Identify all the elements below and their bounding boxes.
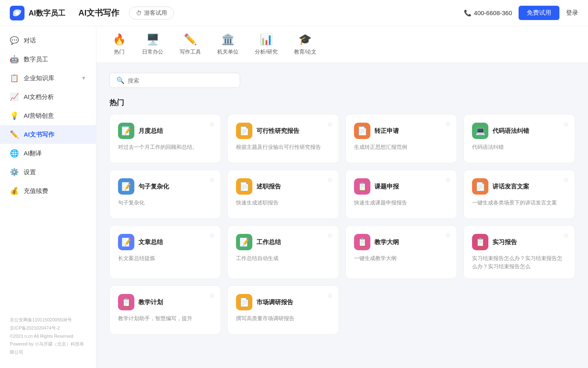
- cat-icon-writing-tools: ✏️: [184, 33, 197, 46]
- sidebar-icon-doc-analysis: 📈: [10, 92, 19, 101]
- card-title-monthly-summary: 月度总结: [138, 127, 163, 135]
- star-icon-feasibility-report[interactable]: ☆: [327, 120, 333, 128]
- cat-icon-analysis: 📊: [260, 33, 273, 46]
- sidebar-item-chat[interactable]: 💬 对话: [0, 31, 96, 50]
- cat-icon-government: 🏛️: [221, 33, 234, 46]
- card-code-correction[interactable]: ☆ 💻 代码语法纠错 代码语法纠错: [463, 114, 575, 163]
- star-icon-monthly-summary[interactable]: ☆: [209, 120, 215, 128]
- cat-item-daily-office[interactable]: 🖥️ 日常办公: [142, 33, 163, 56]
- card-internship-report[interactable]: ☆ 📋 实习报告 实习结束报告怎么办？实习结束报告怎么办？实习结束报告怎么: [463, 225, 575, 279]
- star-icon-regularization[interactable]: ☆: [445, 120, 451, 128]
- star-icon-internship-report[interactable]: ☆: [563, 231, 569, 239]
- star-icon-syllabus[interactable]: ☆: [445, 231, 451, 239]
- star-icon-work-summary[interactable]: ☆: [327, 231, 333, 239]
- card-title-speech-script: 讲话发言文案: [492, 183, 529, 191]
- cat-item-hot[interactable]: 🔥 热门: [113, 33, 126, 56]
- card-project-application[interactable]: ☆ 📋 课题申报 快速生成课题申报报告: [345, 170, 457, 219]
- card-feasibility-report[interactable]: ☆ 📄 可行性研究报告 根据主题及行业输出可行性研究报告: [227, 114, 339, 163]
- sidebar-item-marketing[interactable]: 💡 AI营销创意: [0, 106, 96, 125]
- sidebar-icon-marketing: 💡: [10, 111, 19, 120]
- card-header-syllabus: 📋 教学大纲: [354, 234, 448, 250]
- card-desc-speech-script: 一键生成各类场景下的讲话发言文案: [472, 199, 566, 207]
- card-title-regularization: 转正申请: [374, 127, 399, 135]
- sidebar-label-writing: AI文书写作: [24, 131, 54, 139]
- card-header-speech-script: 📄 讲话发言文案: [472, 178, 566, 195]
- phone-icon: 📞: [464, 9, 472, 17]
- search-input[interactable]: [128, 77, 233, 84]
- card-desc-market-research: 撰写高质量市场调研报告: [236, 314, 330, 323]
- cat-label-hot: 热门: [114, 48, 125, 56]
- trial-label: 游客试用: [144, 9, 167, 17]
- star-icon-code-correction[interactable]: ☆: [563, 120, 569, 128]
- card-article-summary[interactable]: ☆ 📝 文章总结 长文案总结提炼: [109, 225, 221, 279]
- card-title-project-application: 课题申报: [374, 183, 399, 191]
- star-icon-article-summary[interactable]: ☆: [209, 231, 215, 239]
- card-desc-project-application: 快速生成课题申报报告: [354, 199, 448, 207]
- card-icon-regularization: 📄: [354, 123, 370, 139]
- card-title-code-correction: 代码语法纠错: [492, 127, 529, 135]
- card-header-sentence-complex: 📝 句子复杂化: [118, 178, 212, 195]
- star-icon-speech-script[interactable]: ☆: [563, 176, 569, 184]
- cat-label-education: 教育/论文: [294, 48, 317, 56]
- sidebar-item-translation[interactable]: 🌐 AI翻译: [0, 144, 96, 163]
- cat-item-writing-tools[interactable]: ✏️ 写作工具: [180, 33, 201, 56]
- card-title-article-summary: 文章总结: [138, 238, 163, 246]
- card-header-monthly-summary: 📝 月度总结: [118, 123, 212, 139]
- sidebar-item-settings[interactable]: ⚙️ 设置: [0, 163, 96, 182]
- trial-button[interactable]: ⏱ 游客试用: [129, 7, 174, 20]
- card-icon-internship-report: 📋: [472, 234, 488, 250]
- footer-line2: 京ICP备2021020474号-2: [10, 324, 86, 332]
- card-market-research[interactable]: ☆ 📄 市场调研报告 撰写高质量市场调研报告: [227, 285, 339, 334]
- logo-icon: [10, 6, 24, 20]
- hot-section-title: 热门: [109, 98, 575, 108]
- card-sentence-complex[interactable]: ☆ 📝 句子复杂化 句子复杂化: [109, 170, 221, 219]
- card-icon-code-correction: 💻: [472, 123, 488, 139]
- card-desc-article-summary: 长文案总结提炼: [118, 254, 212, 263]
- content-area: 🔍 热门 ☆ 📝 月度总结 对过去一个月工作的回顾和总结。 ☆ 📄 可行性研究报…: [96, 63, 588, 368]
- phone-number: 400-6608-360: [474, 9, 512, 16]
- sidebar-item-doc-analysis[interactable]: 📈 AI文档分析: [0, 88, 96, 106]
- card-title-feasibility-report: 可行性研究报告: [256, 127, 299, 135]
- card-header-internship-report: 📋 实习报告: [472, 234, 566, 250]
- cat-item-analysis[interactable]: 📊 分析/研究: [255, 33, 278, 56]
- card-title-market-research: 市场调研报告: [256, 298, 293, 306]
- chevron-icon: ▼: [81, 75, 86, 81]
- cat-item-education[interactable]: 🎓 教育/论文: [294, 33, 317, 56]
- card-header-work-summary: 📝 工作总结: [236, 234, 330, 250]
- card-title-sentence-complex: 句子复杂化: [138, 183, 169, 191]
- star-icon-work-report[interactable]: ☆: [327, 176, 333, 184]
- card-regularization[interactable]: ☆ 📄 转正申请 生成转正思想汇报范例: [345, 114, 457, 163]
- card-title-work-summary: 工作总结: [256, 238, 281, 246]
- card-desc-regularization: 生成转正思想汇报范例: [354, 143, 448, 151]
- card-desc-feasibility-report: 根据主题及行业输出可行性研究报告: [236, 143, 330, 151]
- cat-icon-hot: 🔥: [113, 33, 126, 46]
- free-trial-button[interactable]: 免费试用: [519, 6, 559, 20]
- sidebar-item-recharge[interactable]: 💰 充值续费: [0, 182, 96, 200]
- card-desc-sentence-complex: 句子复杂化: [118, 199, 212, 207]
- card-icon-article-summary: 📝: [118, 234, 134, 250]
- star-icon-market-research[interactable]: ☆: [327, 292, 333, 299]
- card-icon-market-research: 📄: [236, 294, 252, 310]
- card-desc-teaching-plan: 教学计划助手，智慧编写，提升: [118, 314, 212, 323]
- star-icon-sentence-complex[interactable]: ☆: [209, 176, 215, 184]
- card-monthly-summary[interactable]: ☆ 📝 月度总结 对过去一个月工作的回顾和总结。: [109, 114, 221, 163]
- card-work-report[interactable]: ☆ 📄 述职报告 快速生成述职报告: [227, 170, 339, 219]
- card-speech-script[interactable]: ☆ 📄 讲话发言文案 一键生成各类场景下的讲话发言文案: [463, 170, 575, 219]
- card-syllabus[interactable]: ☆ 📋 教学大纲 一键生成教学大纲: [345, 225, 457, 279]
- sidebar-item-writing[interactable]: ✏️ AI文书写作: [0, 125, 96, 144]
- card-title-teaching-plan: 教学计划: [138, 298, 163, 306]
- cat-item-government[interactable]: 🏛️ 机关单位: [217, 33, 238, 56]
- search-bar: 🔍: [109, 73, 240, 88]
- login-link[interactable]: 登录: [566, 9, 578, 17]
- card-header-project-application: 📋 课题申报: [354, 178, 448, 195]
- star-icon-teaching-plan[interactable]: ☆: [209, 292, 215, 299]
- sidebar-label-chat: 对话: [24, 37, 36, 45]
- sidebar-item-digital-staff[interactable]: 🤖 数字员工: [0, 50, 96, 69]
- svg-point-1: [15, 11, 19, 15]
- card-teaching-plan[interactable]: ☆ 📋 教学计划 教学计划助手，智慧编写，提升: [109, 285, 221, 334]
- star-icon-project-application[interactable]: ☆: [445, 176, 451, 184]
- card-title-syllabus: 教学大纲: [374, 238, 399, 246]
- cat-icon-education: 🎓: [298, 33, 312, 46]
- sidebar-item-knowledge-base[interactable]: 📋 企业知识库 ▼: [0, 69, 96, 88]
- card-work-summary[interactable]: ☆ 📝 工作总结 工作总结自动生成: [227, 225, 339, 279]
